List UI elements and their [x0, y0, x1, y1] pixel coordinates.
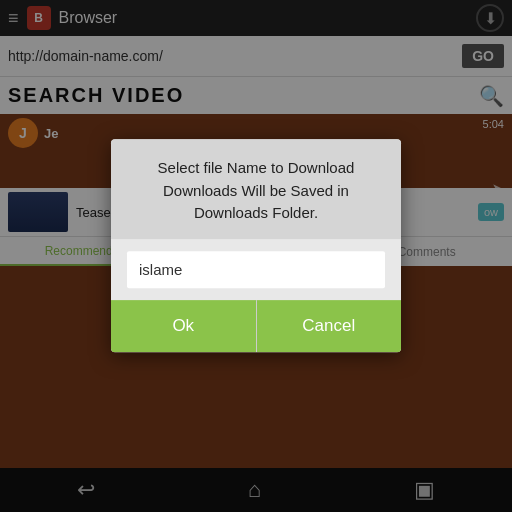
cancel-button[interactable]: Cancel [257, 300, 402, 352]
ok-button[interactable]: Ok [111, 300, 257, 352]
modal-header: Select file Name to DownloadDownloads Wi… [111, 139, 401, 239]
modal-body [111, 239, 401, 300]
modal-title: Select file Name to DownloadDownloads Wi… [131, 157, 381, 225]
filename-input[interactable] [127, 251, 385, 288]
modal-buttons: Ok Cancel [111, 300, 401, 352]
modal-dialog: Select file Name to DownloadDownloads Wi… [111, 139, 401, 352]
